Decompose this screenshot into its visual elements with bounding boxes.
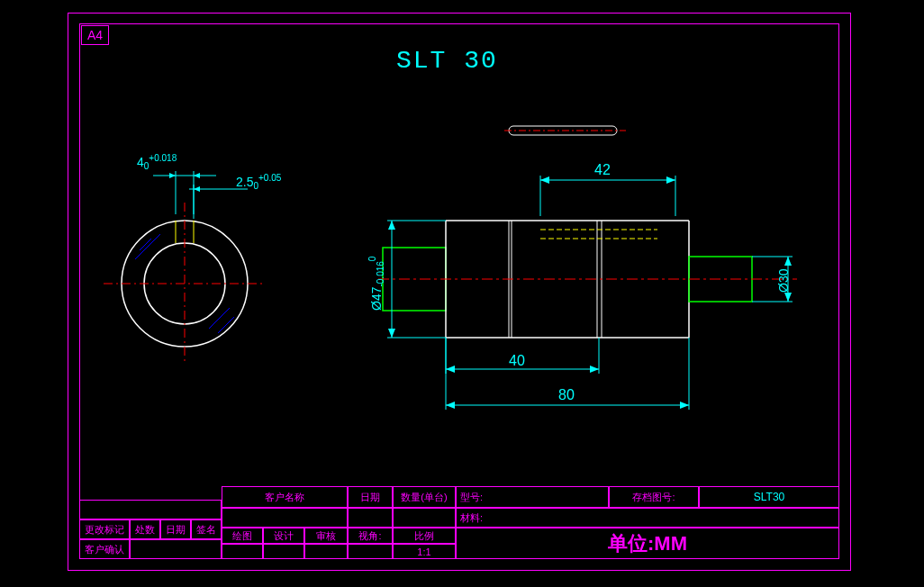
svg-marker-51 xyxy=(388,329,395,338)
dim-2-5-value: 2.50+0.05 xyxy=(236,173,281,191)
tb-row2-blank2 xyxy=(348,508,393,528)
tb-angle-blank xyxy=(348,544,393,559)
drawing-title: SLT 30 xyxy=(396,47,498,75)
tb-unit-label: 单位: xyxy=(608,532,654,555)
svg-marker-18 xyxy=(194,186,200,192)
tb-archive-label: 存档图号: xyxy=(609,486,699,508)
dim-4-value: 40+0.018 xyxy=(137,153,177,171)
svg-marker-45 xyxy=(446,402,455,409)
tb-archive-value: SLT30 xyxy=(699,486,839,508)
svg-marker-36 xyxy=(666,176,675,184)
tb-date2: 日期 xyxy=(160,519,191,539)
tb-customer-confirm: 客户确认 xyxy=(79,539,130,559)
tb-review-blank xyxy=(304,544,348,559)
page-size-label: A4 xyxy=(81,25,109,45)
tb-row2-blank3 xyxy=(393,508,456,528)
svg-line-8 xyxy=(135,234,160,259)
svg-marker-55 xyxy=(784,257,792,266)
tb-draw-blank xyxy=(222,544,263,559)
svg-marker-35 xyxy=(540,176,549,184)
dia-47-value: Ø47-0.0160 xyxy=(367,257,385,311)
tb-unit-value: MM xyxy=(654,532,687,555)
tb-review-label: 审核 xyxy=(304,528,348,544)
svg-marker-56 xyxy=(784,293,792,302)
tb-sign: 签名 xyxy=(191,519,222,539)
tb-qty-label: 数量(单台) xyxy=(393,486,456,508)
svg-marker-50 xyxy=(388,221,395,230)
dim-80-lines xyxy=(441,338,702,423)
tb-date-label: 日期 xyxy=(348,486,393,508)
tb-material-label: 材料: xyxy=(456,508,839,528)
tb-customer-label: 客户名称 xyxy=(222,486,348,508)
tb-change-mark: 更改标记 xyxy=(79,519,130,539)
tb-scale-value: 1:1 xyxy=(393,544,456,559)
svg-line-10 xyxy=(209,308,230,329)
dim-42-value: 42 xyxy=(594,162,611,178)
tb-scale-label: 比例 xyxy=(393,528,456,544)
tb-model-label: 型号: xyxy=(456,486,609,508)
slot-shape xyxy=(504,122,630,140)
dim-42-lines xyxy=(531,162,702,225)
tb-location: 处数 xyxy=(130,519,160,539)
tb-draw-label: 绘图 xyxy=(222,528,263,544)
tb-row2-blank1 xyxy=(222,508,348,528)
tb-unit-cell: 单位:MM xyxy=(456,528,839,559)
dia-30-value: Ø30 xyxy=(776,269,791,293)
tb-cc-blank xyxy=(130,539,222,559)
dim-80-value: 80 xyxy=(558,387,575,403)
tb-angle-label: 视角: xyxy=(348,528,393,544)
tb-design-blank xyxy=(263,544,304,559)
tb-design-label: 设计 xyxy=(263,528,304,544)
svg-marker-14 xyxy=(169,173,176,178)
tb-blank-upper xyxy=(79,500,222,519)
svg-marker-46 xyxy=(680,402,689,409)
